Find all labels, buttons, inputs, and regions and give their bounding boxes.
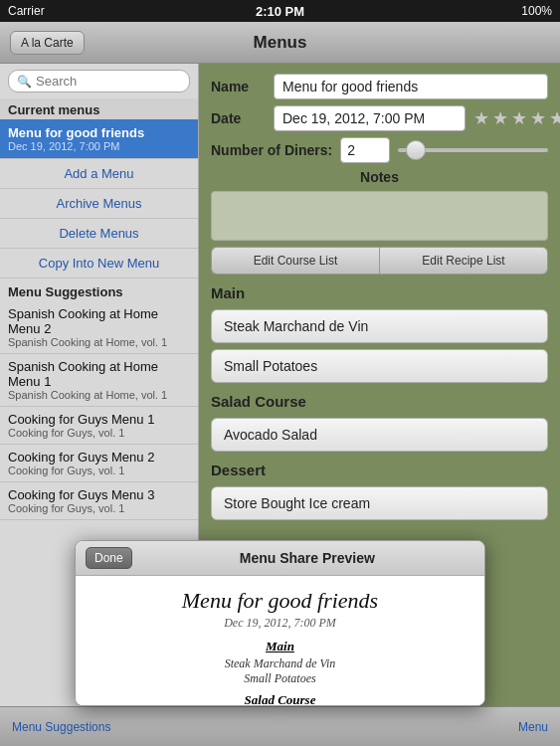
preview-title: Menu Share Preview [140, 550, 474, 566]
suggestion-title: Spanish Cooking at Home Menu 2 [8, 306, 190, 336]
suggestion-sub: Cooking for Guys, vol. 1 [8, 502, 190, 514]
suggestions-label: Menu Suggestions [0, 279, 198, 301]
star-3[interactable]: ★ [511, 107, 527, 129]
bottom-tab-menu[interactable]: Menu [518, 720, 548, 734]
notes-label: Notes [211, 169, 548, 185]
diners-label: Number of Diners: [211, 142, 332, 158]
name-input[interactable] [274, 74, 548, 99]
search-input[interactable] [36, 74, 181, 89]
time: 2:10 PM [256, 4, 304, 19]
star-1[interactable]: ★ [473, 107, 489, 129]
edit-buttons-row: Edit Course List Edit Recipe List [211, 247, 548, 275]
suggestion-title: Cooking for Guys Menu 2 [8, 450, 190, 465]
date-input[interactable] [274, 105, 466, 131]
star-4[interactable]: ★ [530, 107, 546, 129]
active-menu-subtitle: Dec 19, 2012, 7:00 PM [8, 140, 190, 152]
nav-bar: A la Carte Menus [0, 22, 560, 64]
suggestion-title: Cooking for Guys Menu 3 [8, 487, 190, 502]
delete-menus-button[interactable]: Delete Menus [0, 219, 198, 249]
star-5[interactable]: ★ [549, 107, 560, 129]
name-row: Name [211, 74, 548, 99]
dessert-course-title: Dessert [211, 458, 548, 480]
search-icon: 🔍 [17, 75, 32, 89]
list-item[interactable]: Spanish Cooking at Home Menu 1 Spanish C… [0, 354, 198, 407]
suggestion-title: Spanish Cooking at Home Menu 1 [8, 359, 190, 389]
preview-salad-course: Salad Course [95, 692, 465, 705]
suggestion-sub: Cooking for Guys, vol. 1 [8, 465, 190, 476]
salad-course-title: Salad Course [211, 389, 548, 412]
carrier: Carrier [8, 4, 45, 18]
active-menu-item[interactable]: Menu for good friends Dec 19, 2012, 7:00… [0, 119, 198, 158]
list-item[interactable]: Spanish Cooking at Home Menu 2 Spanish C… [0, 301, 198, 354]
preview-main-course: Main [95, 639, 465, 654]
preview-content: Menu for good friends Dec 19, 2012, 7:00… [76, 576, 484, 705]
search-box[interactable]: 🔍 [8, 70, 190, 93]
suggestion-title: Cooking for Guys Menu 1 [8, 412, 190, 427]
diners-row: Number of Diners: [211, 137, 548, 163]
ala-carte-button[interactable]: A la Carte [10, 31, 85, 55]
edit-recipe-list-button[interactable]: Edit Recipe List [379, 247, 548, 275]
preview-done-button[interactable]: Done [86, 547, 132, 569]
active-menu-title: Menu for good friends [8, 125, 190, 140]
battery: 100% [521, 4, 552, 18]
diners-input[interactable] [340, 137, 390, 163]
recipe-item[interactable]: Avocado Salad [211, 418, 548, 452]
current-menus-label: Current menus [0, 98, 198, 119]
edit-course-list-button[interactable]: Edit Course List [211, 247, 379, 275]
list-item[interactable]: Cooking for Guys Menu 1 Cooking for Guys… [0, 407, 198, 445]
preview-header: Done Menu Share Preview [76, 541, 484, 576]
preview-main-recipe-2: Small Potatoes [95, 671, 465, 686]
slider-thumb[interactable] [406, 140, 426, 160]
list-item[interactable]: Cooking for Guys Menu 3 Cooking for Guys… [0, 482, 198, 520]
notes-box[interactable] [211, 191, 548, 241]
date-row: Date ★ ★ ★ ★ ★ [211, 105, 548, 131]
recipe-item[interactable]: Store Bought Ice cream [211, 486, 548, 520]
suggestion-sub: Spanish Cooking at Home, vol. 1 [8, 336, 190, 348]
date-label: Date [211, 110, 266, 126]
stars-rating[interactable]: ★ ★ ★ ★ ★ [473, 107, 560, 129]
recipe-item[interactable]: Small Potatoes [211, 349, 548, 383]
add-menu-button[interactable]: Add a Menu [0, 158, 198, 189]
nav-title: Menus [254, 33, 307, 53]
preview-main-recipe-1: Steak Marchand de Vin [95, 656, 465, 671]
name-label: Name [211, 79, 266, 94]
star-2[interactable]: ★ [492, 107, 508, 129]
diners-slider[interactable] [398, 148, 548, 152]
suggestion-sub: Spanish Cooking at Home, vol. 1 [8, 389, 190, 401]
bottom-bar: Menu Suggestions Menu [0, 706, 560, 746]
main-course-title: Main [211, 280, 548, 303]
copy-into-new-menu-button[interactable]: Copy Into New Menu [0, 249, 198, 279]
bottom-tab-suggestions[interactable]: Menu Suggestions [12, 720, 110, 734]
archive-menus-button[interactable]: Archive Menus [0, 189, 198, 219]
menu-share-preview: Done Menu Share Preview Menu for good fr… [75, 540, 485, 706]
list-item[interactable]: Cooking for Guys Menu 2 Cooking for Guys… [0, 445, 198, 482]
preview-menu-title: Menu for good friends [95, 588, 465, 614]
status-bar: Carrier 2:10 PM 100% [0, 0, 560, 22]
preview-menu-date: Dec 19, 2012, 7:00 PM [95, 616, 465, 631]
suggestion-sub: Cooking for Guys, vol. 1 [8, 427, 190, 439]
recipe-item[interactable]: Steak Marchand de Vin [211, 309, 548, 343]
